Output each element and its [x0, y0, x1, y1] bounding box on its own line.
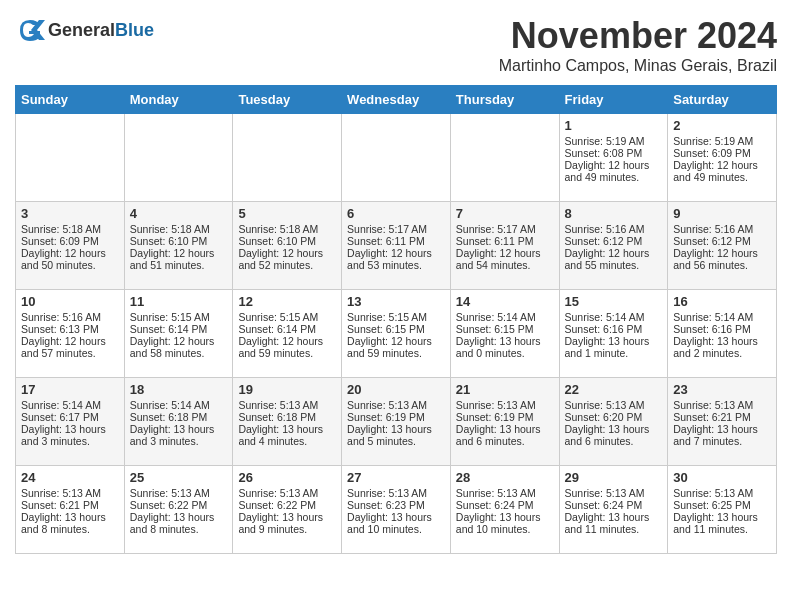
- calendar-cell: [342, 114, 451, 202]
- day-info-line: Daylight: 13 hours and 8 minutes.: [21, 511, 119, 535]
- day-number: 15: [565, 294, 663, 309]
- day-info-line: Sunrise: 5:14 AM: [456, 311, 554, 323]
- calendar-cell: 21Sunrise: 5:13 AMSunset: 6:19 PMDayligh…: [450, 378, 559, 466]
- calendar-cell: 14Sunrise: 5:14 AMSunset: 6:15 PMDayligh…: [450, 290, 559, 378]
- day-number: 16: [673, 294, 771, 309]
- day-info-line: Sunset: 6:17 PM: [21, 411, 119, 423]
- day-info-line: Daylight: 13 hours and 0 minutes.: [456, 335, 554, 359]
- calendar-cell: 13Sunrise: 5:15 AMSunset: 6:15 PMDayligh…: [342, 290, 451, 378]
- day-number: 29: [565, 470, 663, 485]
- page-header: GeneralBlue November 2024 Martinho Campo…: [15, 15, 777, 75]
- day-info-line: Daylight: 12 hours and 50 minutes.: [21, 247, 119, 271]
- day-info-line: Sunrise: 5:14 AM: [21, 399, 119, 411]
- day-info-line: Sunrise: 5:13 AM: [130, 487, 228, 499]
- day-number: 30: [673, 470, 771, 485]
- day-info-line: Daylight: 12 hours and 54 minutes.: [456, 247, 554, 271]
- calendar-cell: 15Sunrise: 5:14 AMSunset: 6:16 PMDayligh…: [559, 290, 668, 378]
- day-info-line: Sunrise: 5:15 AM: [347, 311, 445, 323]
- day-info-line: Daylight: 13 hours and 1 minute.: [565, 335, 663, 359]
- day-info-line: Sunrise: 5:15 AM: [238, 311, 336, 323]
- day-info-line: Sunrise: 5:14 AM: [130, 399, 228, 411]
- calendar-cell: 29Sunrise: 5:13 AMSunset: 6:24 PMDayligh…: [559, 466, 668, 554]
- logo: GeneralBlue: [15, 15, 154, 45]
- day-info-line: Sunrise: 5:13 AM: [347, 399, 445, 411]
- day-number: 28: [456, 470, 554, 485]
- day-info-line: Sunrise: 5:13 AM: [238, 487, 336, 499]
- day-info-line: Sunset: 6:22 PM: [130, 499, 228, 511]
- day-number: 12: [238, 294, 336, 309]
- day-number: 18: [130, 382, 228, 397]
- calendar-week-row: 24Sunrise: 5:13 AMSunset: 6:21 PMDayligh…: [16, 466, 777, 554]
- col-header-saturday: Saturday: [668, 86, 777, 114]
- day-number: 7: [456, 206, 554, 221]
- calendar-cell: 4Sunrise: 5:18 AMSunset: 6:10 PMDaylight…: [124, 202, 233, 290]
- calendar-cell: 11Sunrise: 5:15 AMSunset: 6:14 PMDayligh…: [124, 290, 233, 378]
- day-info-line: Daylight: 13 hours and 11 minutes.: [565, 511, 663, 535]
- col-header-monday: Monday: [124, 86, 233, 114]
- calendar-cell: [450, 114, 559, 202]
- day-info-line: Sunset: 6:20 PM: [565, 411, 663, 423]
- day-info-line: Sunrise: 5:16 AM: [673, 223, 771, 235]
- calendar-cell: 16Sunrise: 5:14 AMSunset: 6:16 PMDayligh…: [668, 290, 777, 378]
- day-info-line: Daylight: 12 hours and 55 minutes.: [565, 247, 663, 271]
- day-number: 21: [456, 382, 554, 397]
- day-info-line: Sunrise: 5:13 AM: [456, 399, 554, 411]
- calendar-header-row: SundayMondayTuesdayWednesdayThursdayFrid…: [16, 86, 777, 114]
- calendar-cell: 23Sunrise: 5:13 AMSunset: 6:21 PMDayligh…: [668, 378, 777, 466]
- day-number: 26: [238, 470, 336, 485]
- day-info-line: Sunrise: 5:19 AM: [673, 135, 771, 147]
- day-info-line: Sunset: 6:09 PM: [673, 147, 771, 159]
- day-info-line: Sunset: 6:18 PM: [130, 411, 228, 423]
- calendar-week-row: 1Sunrise: 5:19 AMSunset: 6:08 PMDaylight…: [16, 114, 777, 202]
- day-number: 5: [238, 206, 336, 221]
- day-info-line: Sunset: 6:12 PM: [565, 235, 663, 247]
- calendar-cell: 17Sunrise: 5:14 AMSunset: 6:17 PMDayligh…: [16, 378, 125, 466]
- day-info-line: Sunset: 6:24 PM: [456, 499, 554, 511]
- day-number: 10: [21, 294, 119, 309]
- calendar-cell: 10Sunrise: 5:16 AMSunset: 6:13 PMDayligh…: [16, 290, 125, 378]
- day-info-line: Sunrise: 5:19 AM: [565, 135, 663, 147]
- calendar-cell: 3Sunrise: 5:18 AMSunset: 6:09 PMDaylight…: [16, 202, 125, 290]
- day-number: 25: [130, 470, 228, 485]
- day-info-line: Daylight: 12 hours and 59 minutes.: [347, 335, 445, 359]
- day-info-line: Daylight: 13 hours and 10 minutes.: [456, 511, 554, 535]
- day-info-line: Sunrise: 5:17 AM: [456, 223, 554, 235]
- calendar-cell: 12Sunrise: 5:15 AMSunset: 6:14 PMDayligh…: [233, 290, 342, 378]
- day-info-line: Sunrise: 5:13 AM: [565, 487, 663, 499]
- logo-general: General: [48, 20, 115, 40]
- calendar-cell: 2Sunrise: 5:19 AMSunset: 6:09 PMDaylight…: [668, 114, 777, 202]
- day-info-line: Sunrise: 5:14 AM: [673, 311, 771, 323]
- day-info-line: Sunset: 6:12 PM: [673, 235, 771, 247]
- day-number: 3: [21, 206, 119, 221]
- day-info-line: Sunset: 6:18 PM: [238, 411, 336, 423]
- calendar-cell: [16, 114, 125, 202]
- calendar-cell: 6Sunrise: 5:17 AMSunset: 6:11 PMDaylight…: [342, 202, 451, 290]
- day-info-line: Sunset: 6:15 PM: [347, 323, 445, 335]
- day-number: 8: [565, 206, 663, 221]
- day-number: 2: [673, 118, 771, 133]
- day-number: 20: [347, 382, 445, 397]
- day-info-line: Daylight: 13 hours and 9 minutes.: [238, 511, 336, 535]
- calendar-week-row: 3Sunrise: 5:18 AMSunset: 6:09 PMDaylight…: [16, 202, 777, 290]
- day-number: 17: [21, 382, 119, 397]
- day-info-line: Daylight: 13 hours and 5 minutes.: [347, 423, 445, 447]
- day-info-line: Daylight: 12 hours and 51 minutes.: [130, 247, 228, 271]
- day-info-line: Sunset: 6:09 PM: [21, 235, 119, 247]
- day-info-line: Sunrise: 5:18 AM: [130, 223, 228, 235]
- day-number: 22: [565, 382, 663, 397]
- calendar-cell: 1Sunrise: 5:19 AMSunset: 6:08 PMDaylight…: [559, 114, 668, 202]
- calendar-cell: 25Sunrise: 5:13 AMSunset: 6:22 PMDayligh…: [124, 466, 233, 554]
- calendar-cell: 27Sunrise: 5:13 AMSunset: 6:23 PMDayligh…: [342, 466, 451, 554]
- day-info-line: Daylight: 13 hours and 11 minutes.: [673, 511, 771, 535]
- day-info-line: Sunrise: 5:13 AM: [238, 399, 336, 411]
- day-info-line: Sunset: 6:21 PM: [21, 499, 119, 511]
- day-info-line: Sunset: 6:11 PM: [456, 235, 554, 247]
- calendar-cell: 7Sunrise: 5:17 AMSunset: 6:11 PMDaylight…: [450, 202, 559, 290]
- day-info-line: Daylight: 12 hours and 58 minutes.: [130, 335, 228, 359]
- calendar-cell: [233, 114, 342, 202]
- day-number: 23: [673, 382, 771, 397]
- day-info-line: Sunrise: 5:16 AM: [21, 311, 119, 323]
- day-info-line: Sunset: 6:24 PM: [565, 499, 663, 511]
- day-info-line: Daylight: 12 hours and 53 minutes.: [347, 247, 445, 271]
- day-info-line: Sunrise: 5:18 AM: [21, 223, 119, 235]
